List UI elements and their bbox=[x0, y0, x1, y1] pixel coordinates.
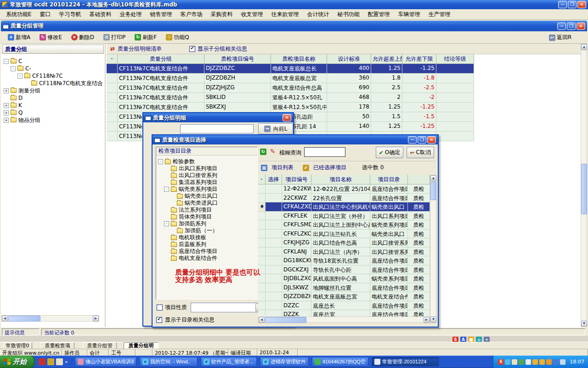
refresh-icon[interactable]: ↻ bbox=[260, 149, 266, 155]
scroll-left-icon[interactable]: ◀ bbox=[2, 316, 8, 322]
grid-row[interactable]: CF113№7C电机支座结合件SBKLID竖板4-R12.5×50孔4682-2 bbox=[107, 93, 474, 103]
dialog-maximize-button[interactable]: ❐ bbox=[418, 136, 426, 144]
grid-row[interactable]: ♦CFKALZXDFI出风口法兰中心到风机中心蜗壳类出风口质检 bbox=[258, 202, 430, 212]
tree-expander-icon[interactable]: - bbox=[158, 159, 163, 164]
forward-button[interactable]: ↪ 向前L bbox=[258, 123, 293, 134]
grid-row[interactable]: DG18KCKW导轨18宽长孔位置底座结合件项目质检 bbox=[258, 256, 430, 265]
grid-header-cell[interactable]: 设计标准 bbox=[327, 54, 371, 64]
task-button-4[interactable]: e进销存管理软件_... bbox=[260, 357, 309, 367]
tree-item[interactable]: +测量分组 bbox=[4, 87, 105, 94]
grid-row[interactable]: DJDBLZXG风机底面到中心高蜗壳类系列项目质检 bbox=[258, 274, 430, 283]
grid-header-cell[interactable]: 允许超差上限 bbox=[371, 54, 402, 64]
tree-item[interactable]: -C bbox=[4, 58, 105, 65]
show-subdir-checkbox[interactable] bbox=[156, 317, 162, 323]
msn-tray-icon[interactable] bbox=[505, 359, 510, 365]
toolbar-refresh-button[interactable]: ↻刷新F bbox=[132, 32, 159, 43]
tree-item[interactable]: 蜗壳类进风口 bbox=[158, 200, 257, 207]
grid-header-cell[interactable]: 选择 bbox=[266, 175, 282, 184]
grid-header-cell[interactable]: 结论等级 bbox=[436, 54, 474, 64]
scroll-down-icon[interactable]: ▼ bbox=[581, 321, 587, 327]
tab-selected-items[interactable]: 已经选择项目 bbox=[313, 164, 346, 172]
menu-item-15[interactable]: 生产管理 bbox=[424, 9, 455, 20]
tree-expander-icon[interactable]: + bbox=[4, 110, 9, 115]
tree-item[interactable]: -检验参数 bbox=[158, 158, 257, 165]
tree-item[interactable]: +Q bbox=[4, 109, 105, 116]
grid-row[interactable]: CF113№7C电机支座结合件SBKZXJ竖板4-R12.5×50孔中心距178… bbox=[107, 103, 474, 112]
tree-item[interactable]: D bbox=[4, 94, 105, 102]
scroll-thumb[interactable] bbox=[265, 317, 306, 323]
app-restore-button[interactable]: ❐ bbox=[568, 1, 577, 8]
grid-header-cell[interactable]: 质检项目编号 bbox=[204, 54, 271, 64]
toolbar-del-button[interactable]: ×删除D bbox=[69, 32, 96, 43]
menu-item-13[interactable]: 配置管理 bbox=[364, 9, 394, 20]
scroll-thumb[interactable] bbox=[581, 164, 587, 214]
scroll-thumb[interactable] bbox=[430, 182, 436, 200]
item-grid-hscrollbar[interactable]: ◀ ▶ bbox=[258, 316, 430, 323]
tree-expander-icon[interactable]: + bbox=[4, 88, 9, 93]
check-item-titlebar[interactable]: 质量检查项目选择 ─ ❐ ✕ bbox=[153, 135, 438, 144]
toolbar-back-button[interactable]: ↩ 返回R bbox=[547, 32, 574, 43]
alert-tray-icon[interactable]: ! bbox=[526, 359, 531, 365]
grid-header-cell[interactable] bbox=[408, 175, 430, 184]
tree-item[interactable]: 蜗壳类出风口 bbox=[158, 193, 257, 200]
tree-item[interactable]: 筒体类列项目 bbox=[158, 213, 257, 220]
task-button-1[interactable]: 佛山小老鼠VBA培训班 bbox=[75, 357, 136, 367]
group-detail-close-button[interactable]: ✕ bbox=[283, 114, 291, 121]
quick-launch-icon-2[interactable] bbox=[47, 358, 54, 365]
task-button-2[interactable]: e我的空间. - Wind.. bbox=[140, 357, 198, 367]
tree-item[interactable]: 集流器系列项目 bbox=[158, 179, 257, 186]
menu-item-6[interactable]: 销售管理 bbox=[146, 9, 176, 20]
ok-button[interactable]: ✔ O确定 bbox=[376, 147, 403, 158]
grid-row[interactable]: CFKFLSMDZX出风口法兰上面到中心高蜗壳类系列项目质检 bbox=[258, 220, 430, 230]
grid-header-cell[interactable]: 项目编号 bbox=[282, 175, 311, 184]
tab-item-list[interactable]: 项目列表 bbox=[271, 164, 294, 172]
quick-launch-icon-1[interactable] bbox=[39, 358, 45, 365]
scroll-left-icon[interactable]: ◀ bbox=[259, 317, 265, 323]
menu-item-3[interactable]: 学习导航 bbox=[55, 9, 85, 20]
tree-item[interactable]: -加强筋系列 bbox=[158, 220, 257, 227]
grid-row[interactable]: CFKLANJ出风口法兰（内净）出风口接管系列质检 bbox=[258, 247, 430, 257]
grid-row[interactable]: CFKJHJZG出风口结合件总高出风口接管系列质检 bbox=[258, 238, 430, 247]
tree-item[interactable]: 出风口接管系列 bbox=[158, 172, 257, 179]
fuzzy-search-input[interactable] bbox=[304, 147, 345, 157]
tree-expander-icon[interactable]: + bbox=[4, 103, 9, 108]
tree-item[interactable]: 电机联接板 bbox=[158, 234, 257, 241]
tree-item[interactable]: -C- bbox=[4, 65, 105, 72]
window-tab-2[interactable]: 质量检查项 bbox=[40, 342, 74, 349]
tree-item[interactable]: 后盖板系列 bbox=[158, 241, 257, 248]
quick-launch-overflow-icon[interactable]: » bbox=[65, 359, 68, 365]
pencil-icon[interactable]: ✎ bbox=[270, 148, 276, 155]
show-subgroup-checkbox[interactable] bbox=[189, 46, 195, 52]
child-maximize-button[interactable]: ❐ bbox=[567, 23, 576, 30]
volume-tray-icon[interactable] bbox=[560, 359, 565, 365]
window-tab-4[interactable]: 质量分组明 bbox=[124, 342, 158, 349]
quick-launch-icon-3[interactable] bbox=[56, 358, 63, 365]
nature-checkbox[interactable] bbox=[157, 305, 163, 310]
menu-item-5[interactable]: 业务处理 bbox=[116, 9, 146, 20]
grid-row[interactable]: CF113№7C电机支座结合件DJZZDBZH电机支座底板总宽3601.8-1.… bbox=[107, 74, 474, 83]
grid-row[interactable]: 22CKWZ22长孔位置底座结合件项目质检 bbox=[258, 194, 430, 203]
tree-item[interactable]: 电机支座结合件 bbox=[158, 255, 257, 262]
start-button[interactable]: 开始 bbox=[0, 356, 35, 368]
grid-header-cell[interactable]: 允许差下限 bbox=[402, 54, 436, 64]
scroll-right-icon[interactable]: ▶ bbox=[93, 316, 99, 322]
app-close-button[interactable]: ✕ bbox=[577, 1, 586, 8]
grid-row[interactable]: DJLSKWZ地脚螺丝孔位置底座结合件项目质检 bbox=[258, 283, 430, 293]
tree-item[interactable]: 法兰系列项目 bbox=[158, 207, 257, 213]
menu-item-12[interactable]: 秘书功能 bbox=[334, 9, 364, 20]
menu-item-2[interactable]: 窗口 bbox=[36, 9, 55, 20]
dot-tray-icon[interactable] bbox=[546, 359, 552, 365]
menu-item-1[interactable]: 系统功能E bbox=[2, 9, 36, 20]
qq2-tray-icon[interactable] bbox=[539, 359, 545, 365]
tree-item[interactable]: 底座结合件项目 bbox=[158, 248, 257, 255]
menu-item-7[interactable]: 客户市场 bbox=[176, 9, 207, 20]
menu-item-14[interactable]: 车辆管理 bbox=[394, 9, 424, 20]
grid-header-cell[interactable]: - bbox=[107, 54, 118, 64]
tree-item[interactable]: CF118№7C电机支座结合 bbox=[4, 80, 105, 87]
window-tab-1[interactable]: 常致管理0 bbox=[3, 342, 32, 349]
tree-expander-icon[interactable]: - bbox=[11, 66, 16, 71]
grid-row[interactable]: DZZC底座总长底座结合件项目质检 bbox=[258, 301, 430, 310]
grid-row[interactable]: 12-Φ22KW12-Φ22孔位置 25/1040/3*76底座结合件项目质检 bbox=[258, 184, 430, 194]
child-minimize-button[interactable]: ─ bbox=[557, 23, 566, 30]
grid-header-cell[interactable]: 质量分组 bbox=[118, 54, 204, 64]
